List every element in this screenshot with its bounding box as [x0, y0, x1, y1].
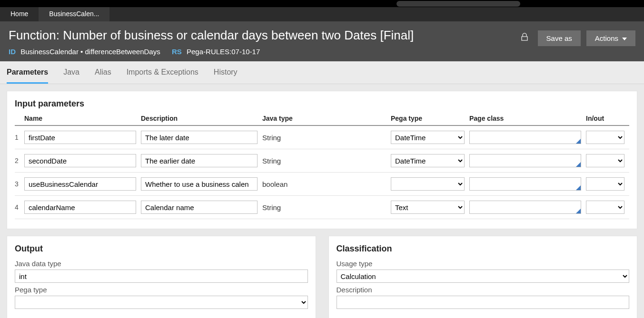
col-in-out: In/out [586, 115, 629, 122]
col-java-type: Java type [262, 115, 391, 122]
param-description-input[interactable] [141, 131, 258, 144]
rule-meta: ID BusinessCalendar • differenceBetweenD… [9, 48, 414, 56]
rule-header: Function: Number of business or calendar… [0, 21, 644, 61]
tab-imports-exceptions[interactable]: Imports & Exceptions [127, 61, 198, 84]
tab-alias[interactable]: Alias [95, 61, 111, 84]
param-pega-type-select[interactable]: Text [391, 201, 465, 214]
row-index: 1 [15, 134, 24, 141]
classification-panel: Classification Usage type Calculation De… [328, 236, 638, 318]
param-pega-type-select[interactable]: DateTime [391, 154, 465, 167]
output-pega-type-select[interactable] [15, 296, 308, 309]
col-pega-type: Pega type [391, 115, 469, 122]
save-as-button[interactable]: Save as [538, 30, 581, 46]
param-page-class-input[interactable] [469, 154, 581, 167]
param-page-class-input[interactable] [469, 177, 581, 191]
input-param-row: 2StringDateTime [15, 149, 629, 173]
id-value: BusinessCalendar • differenceBetweenDays [20, 48, 160, 56]
rule-form-tabs: Parameters Java Alias Imports & Exceptio… [0, 61, 644, 84]
param-description-input[interactable] [141, 154, 258, 167]
param-java-type: boolean [262, 180, 287, 188]
actions-menu-button[interactable]: Actions [586, 30, 635, 46]
param-page-class-input[interactable] [469, 131, 581, 144]
lock-icon [517, 30, 532, 47]
input-param-row: 4StringText [15, 196, 629, 219]
tab-current-rule[interactable]: BusinessCalen... [39, 7, 109, 21]
classification-heading: Classification [337, 244, 630, 254]
app-topbar [0, 0, 644, 7]
rule-title: Function: Number of business or calendar… [9, 28, 414, 43]
param-page-class-input[interactable] [469, 201, 581, 214]
param-description-input[interactable] [141, 177, 258, 191]
param-inout-select[interactable] [586, 131, 624, 144]
rs-value: Pega-RULES:07-10-17 [187, 48, 260, 56]
param-name-input[interactable] [24, 131, 136, 144]
java-data-type-input[interactable] [15, 270, 308, 283]
param-description-input[interactable] [141, 201, 258, 214]
usage-type-select[interactable]: Calculation [337, 270, 630, 283]
col-description: Description [141, 115, 262, 122]
classification-description-input[interactable] [337, 296, 630, 309]
param-inout-select[interactable] [586, 201, 624, 214]
tab-home[interactable]: Home [0, 7, 39, 21]
param-name-input[interactable] [24, 201, 136, 214]
param-java-type: String [262, 134, 281, 142]
classification-description-label: Description [337, 286, 630, 294]
output-heading: Output [15, 244, 308, 254]
param-java-type: String [262, 203, 281, 212]
col-page-class: Page class [469, 115, 586, 122]
tab-parameters[interactable]: Parameters [7, 61, 48, 84]
param-name-input[interactable] [24, 177, 136, 191]
input-param-row: 3boolean [15, 173, 629, 196]
output-pega-type-label: Pega type [15, 286, 308, 294]
tab-history[interactable]: History [214, 61, 238, 84]
usage-type-label: Usage type [337, 260, 630, 268]
row-index: 4 [15, 203, 24, 211]
workspace-tabs: Home BusinessCalen... [0, 7, 644, 21]
row-index: 3 [15, 180, 24, 188]
param-name-input[interactable] [24, 154, 136, 167]
id-label: ID [9, 48, 16, 56]
param-java-type: String [262, 157, 281, 165]
input-param-row: 1StringDateTime [15, 126, 629, 149]
param-inout-select[interactable] [586, 177, 624, 191]
input-parameters-panel: Input parameters Name Description Java t… [7, 91, 637, 229]
row-index: 2 [15, 157, 24, 164]
input-parameters-header-row: Name Description Java type Pega type Pag… [15, 115, 629, 126]
col-name: Name [24, 115, 141, 122]
param-inout-select[interactable] [586, 154, 624, 167]
output-panel: Output Java data type Pega type [7, 236, 316, 318]
java-data-type-label: Java data type [15, 260, 308, 268]
tab-java[interactable]: Java [63, 61, 79, 84]
param-pega-type-select[interactable]: DateTime [391, 131, 465, 144]
param-pega-type-select[interactable] [391, 177, 465, 191]
input-parameters-heading: Input parameters [15, 99, 629, 109]
rs-label: RS [172, 48, 182, 56]
global-search[interactable] [396, 1, 520, 7]
